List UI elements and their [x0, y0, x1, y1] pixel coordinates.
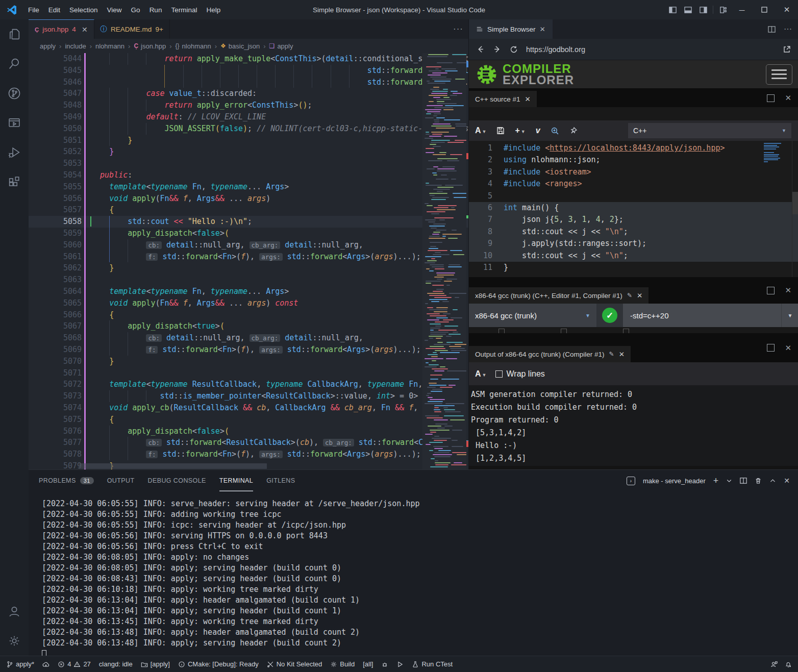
- status-item-clangd-idle[interactable]: clangd: idle: [99, 660, 133, 668]
- toggle-panel-icon[interactable]: [680, 0, 695, 19]
- status-item--all-[interactable]: [all]: [363, 660, 373, 668]
- maximize-pane-icon[interactable]: [767, 344, 775, 352]
- menu-go[interactable]: Go: [127, 0, 145, 19]
- status-item-apply-[interactable]: apply*: [6, 660, 34, 668]
- source-control-icon[interactable]: [0, 79, 29, 108]
- close-pane-icon[interactable]: ✕: [785, 93, 791, 103]
- tab-cpp-source[interactable]: C++ source #1 ✕: [469, 91, 537, 107]
- close-window-button[interactable]: ✕: [776, 0, 798, 19]
- menu-run[interactable]: Run: [145, 0, 167, 19]
- close-tab-icon[interactable]: ✕: [82, 26, 88, 34]
- menu-edit[interactable]: Edit: [44, 0, 65, 19]
- status-bell-icon[interactable]: [785, 661, 792, 668]
- maximize-pane-icon[interactable]: [767, 94, 775, 102]
- extensions-icon[interactable]: [0, 167, 29, 197]
- tab-output[interactable]: Output of x86-64 gcc (trunk) (Compiler #…: [469, 346, 631, 362]
- live-preview-icon[interactable]: [0, 108, 29, 138]
- terminal-title[interactable]: make - serve_header: [643, 477, 706, 485]
- language-select[interactable]: C++▼: [628, 123, 791, 138]
- breadcrumb-item[interactable]: {}nlohmann: [176, 42, 211, 50]
- wrap-lines-checkbox[interactable]: Wrap lines: [495, 369, 544, 379]
- status-feedback-icon[interactable]: [770, 661, 778, 668]
- status-item--apply-[interactable]: [apply]: [141, 660, 170, 668]
- maximize-pane-icon[interactable]: [767, 287, 775, 294]
- status-item[interactable]: [42, 661, 49, 668]
- terminal-dropdown-icon[interactable]: [726, 478, 732, 484]
- close-panel-icon[interactable]: ✕: [784, 477, 790, 485]
- tab-readme-md[interactable]: ⓘ README.md 9+: [94, 19, 170, 39]
- rename-icon[interactable]: ✎: [609, 351, 614, 358]
- accounts-icon[interactable]: [0, 596, 29, 626]
- close-pane-icon[interactable]: ✕: [785, 343, 791, 353]
- pin-icon[interactable]: [569, 127, 578, 135]
- add-pane-button[interactable]: +▼: [515, 126, 525, 135]
- toggle-secondary-sidebar-icon[interactable]: [695, 0, 711, 19]
- new-terminal-icon[interactable]: +: [713, 476, 719, 486]
- menu-view[interactable]: View: [103, 0, 127, 19]
- breadcrumb-item[interactable]: apply: [40, 42, 56, 50]
- compiler-select[interactable]: x86-64 gcc (trunk)▼: [469, 304, 596, 327]
- rename-icon[interactable]: ✎: [627, 292, 632, 299]
- status-item[interactable]: [396, 661, 404, 668]
- horizontal-scrollbar[interactable]: [79, 463, 267, 469]
- maximize-panel-icon[interactable]: [769, 478, 776, 484]
- breadcrumb-item[interactable]: C̟json.hpp: [134, 42, 166, 50]
- status-item-no-kit-selected[interactable]: No Kit Selected: [267, 660, 322, 668]
- menu-help[interactable]: Help: [202, 0, 225, 19]
- close-pane-icon[interactable]: ✕: [785, 286, 791, 295]
- search-icon[interactable]: [0, 49, 29, 79]
- tab-simple-browser[interactable]: Simple Browser ✕: [469, 19, 553, 39]
- close-tab-icon[interactable]: ✕: [540, 25, 545, 33]
- settings-gear-icon[interactable]: [0, 626, 29, 656]
- back-icon[interactable]: [476, 45, 485, 54]
- run-and-debug-icon[interactable]: [0, 138, 29, 167]
- status-item-4[interactable]: 427: [58, 660, 91, 668]
- close-tab-icon[interactable]: ✕: [619, 350, 625, 358]
- hamburger-menu-icon[interactable]: [766, 64, 792, 85]
- url-input[interactable]: https://godbolt.org: [526, 45, 775, 54]
- toggle-sidebar-icon[interactable]: [665, 0, 680, 19]
- breadcrumb[interactable]: apply›include›nlohmann›C̟json.hpp›{}nloh…: [29, 39, 468, 53]
- tab-json-hpp[interactable]: C̟ json.hpp 4 ✕: [29, 19, 94, 39]
- breadcrumb-item[interactable]: ❖basic_json: [220, 42, 260, 50]
- split-terminal-icon[interactable]: [740, 477, 747, 484]
- compiler-options-input[interactable]: -std=c++20: [623, 304, 781, 327]
- reload-icon[interactable]: [510, 45, 518, 54]
- close-tab-icon[interactable]: ✕: [525, 95, 531, 103]
- menu-file[interactable]: File: [23, 0, 44, 19]
- zoom-icon[interactable]: [551, 127, 559, 135]
- panel-tab-output[interactable]: OUTPUT: [107, 470, 135, 491]
- close-tab-icon[interactable]: ✕: [637, 291, 642, 300]
- panel-tab-gitlens[interactable]: GITLENS: [266, 470, 295, 491]
- kill-terminal-icon[interactable]: [755, 477, 762, 484]
- breadcrumb-item[interactable]: ❑apply: [269, 42, 293, 50]
- panel-tab-terminal[interactable]: TERMINAL: [219, 470, 253, 491]
- options-dropdown-icon[interactable]: ▼: [781, 304, 798, 327]
- breadcrumb-item[interactable]: include: [65, 42, 86, 50]
- more-actions-icon[interactable]: ···: [453, 19, 463, 39]
- vim-mode-icon[interactable]: v: [536, 126, 540, 135]
- font-size-button[interactable]: A▼: [475, 369, 486, 379]
- status-item-build[interactable]: Build: [330, 660, 355, 668]
- maximize-button[interactable]: [753, 0, 776, 19]
- code-editor[interactable]: 5044 return apply_make_tuple<ConstThis>(…: [29, 53, 468, 469]
- minimize-button[interactable]: ─: [731, 0, 753, 19]
- forward-icon[interactable]: [493, 45, 502, 54]
- explorer-icon[interactable]: [0, 19, 29, 49]
- open-external-icon[interactable]: [783, 45, 791, 54]
- tab-compiler[interactable]: x86-64 gcc (trunk) (C++, Editor #1, Comp…: [469, 287, 649, 304]
- status-item[interactable]: [381, 661, 388, 668]
- breadcrumb-item[interactable]: nlohmann: [95, 42, 124, 50]
- font-size-button[interactable]: A▼: [475, 126, 486, 135]
- menu-selection[interactable]: Selection: [65, 0, 103, 19]
- panel-tab-debug-console[interactable]: DEBUG CONSOLE: [148, 470, 206, 491]
- godbolt-source-editor[interactable]: 1#include <https://localhost:8443/apply/…: [469, 141, 798, 277]
- menu-terminal[interactable]: Terminal: [166, 0, 202, 19]
- status-item-cmake-debug-ready[interactable]: CMake: [Debug]: Ready: [178, 660, 259, 668]
- status-item-run-ctest[interactable]: Run CTest: [412, 660, 453, 668]
- more-actions-icon[interactable]: ···: [784, 24, 792, 34]
- minimap[interactable]: [422, 53, 466, 469]
- panel-tab-problems[interactable]: PROBLEMS31: [39, 470, 94, 491]
- split-editor-icon[interactable]: [768, 26, 776, 33]
- terminal-output[interactable]: [2022-04-30 06:05:55] INFO: serve_header…: [29, 491, 798, 661]
